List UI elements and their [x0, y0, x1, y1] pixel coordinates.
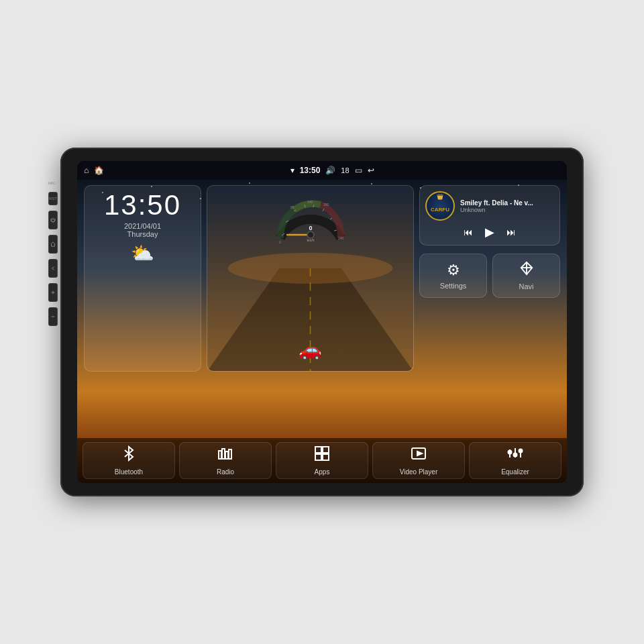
speed-widget: 0 80 140 180 240 0 km/h	[207, 185, 414, 372]
music-logo-text: CARFU	[431, 207, 449, 213]
back-icon: ↩	[368, 166, 374, 175]
status-center: ▾ 13:50 🔊 18 ▭ ↩	[290, 166, 374, 175]
video-icon	[411, 445, 427, 466]
equalizer-icon	[507, 445, 523, 466]
svg-point-37	[514, 453, 517, 457]
music-info: Smiley ft. Delia - Ne v... Unknown	[460, 199, 554, 213]
power-button[interactable]	[48, 211, 58, 229]
mic-label: MIC	[48, 181, 58, 185]
music-title: Smiley ft. Delia - Ne v...	[460, 199, 554, 207]
bottom-nav: Bluetooth Radio	[77, 438, 567, 483]
bluetooth-label: Bluetooth	[115, 468, 143, 476]
music-controls: ⏮ ▶ ⏭	[425, 225, 554, 239]
svg-text:0: 0	[279, 240, 281, 244]
next-button[interactable]: ⏭	[506, 227, 516, 237]
svg-rect-26	[225, 451, 228, 459]
apps-button[interactable]: Apps	[276, 442, 368, 479]
svg-point-18	[307, 231, 314, 238]
radio-icon	[217, 445, 233, 466]
speedo-gauge: 0 80 140 180 240 0 km/h	[274, 191, 347, 245]
music-widget: 👑 CARFU Smiley ft. Delia - Ne v... Unkno…	[419, 185, 560, 246]
wifi-icon: ▾	[290, 166, 294, 175]
clock-display: 13:50	[104, 191, 181, 219]
volume-icon: 🔊	[325, 166, 335, 175]
svg-text:240: 240	[338, 236, 344, 240]
music-logo: 👑 CARFU	[425, 191, 455, 221]
main-content: 13:50 2021/04/01 Thursday ⛅	[77, 180, 567, 483]
apps-icon	[314, 445, 330, 466]
back-side-button[interactable]	[48, 259, 58, 278]
music-artist: Unknown	[460, 207, 554, 213]
home-icon: ⌂	[84, 166, 89, 175]
music-top: 👑 CARFU Smiley ft. Delia - Ne v... Unkno…	[425, 191, 554, 221]
svg-text:140: 140	[307, 200, 313, 204]
widgets-row: 13:50 2021/04/01 Thursday ⛅	[77, 180, 567, 374]
bluetooth-button[interactable]: Bluetooth	[83, 442, 175, 479]
svg-text:0: 0	[309, 225, 312, 231]
video-label: Video Player	[400, 468, 438, 476]
car-icon: 🚗	[299, 339, 322, 361]
clock-widget: 13:50 2021/04/01 Thursday ⛅	[84, 185, 201, 372]
rst-label: RST	[49, 197, 57, 201]
status-left: ⌂ 🏠	[84, 166, 104, 175]
volume-level: 18	[341, 166, 349, 174]
car-head-unit: MIC RST ⌂ 🏠 ▾ 13:50	[60, 148, 584, 496]
clock-date: 2021/04/01	[124, 222, 161, 230]
navi-label: Navi	[519, 282, 533, 290]
home-side-button[interactable]	[48, 235, 58, 254]
screen: ⌂ 🏠 ▾ 13:50 🔊 18 ▭ ↩	[77, 161, 567, 483]
equalizer-label: Equalizer	[501, 468, 529, 476]
radio-button[interactable]: Radio	[179, 442, 272, 479]
speedometer: 0 80 140 180 240 0 km/h	[274, 191, 347, 248]
svg-point-39	[519, 449, 523, 453]
svg-text:180: 180	[323, 203, 329, 207]
navi-icon	[519, 261, 534, 280]
clock-day: Thursday	[127, 230, 158, 238]
radio-label: Radio	[217, 468, 234, 476]
svg-marker-33	[417, 451, 422, 455]
crown-icon: 👑	[437, 194, 443, 200]
svg-text:km/h: km/h	[307, 238, 314, 242]
svg-rect-24	[219, 451, 221, 459]
rst-button[interactable]: RST	[48, 192, 58, 205]
svg-text:80: 80	[290, 205, 294, 209]
svg-rect-29	[323, 447, 329, 453]
settings-button[interactable]: ⚙ Settings	[419, 254, 487, 298]
weather-icon: ⛅	[131, 242, 154, 264]
svg-rect-25	[222, 449, 225, 459]
vol-up-button[interactable]	[48, 283, 58, 302]
settings-navi-row: ⚙ Settings Navi	[419, 254, 560, 298]
svg-rect-31	[323, 454, 329, 460]
house-icon: 🏠	[94, 166, 104, 175]
vol-down-button[interactable]	[48, 307, 58, 326]
prev-button[interactable]: ⏮	[464, 227, 473, 237]
equalizer-button[interactable]: Equalizer	[469, 442, 561, 479]
status-bar: ⌂ 🏠 ▾ 13:50 🔊 18 ▭ ↩	[77, 161, 567, 180]
svg-point-35	[508, 451, 512, 454]
bluetooth-icon	[121, 445, 137, 466]
video-player-button[interactable]: Video Player	[372, 442, 465, 479]
svg-rect-27	[229, 449, 231, 459]
navi-button[interactable]: Navi	[492, 254, 560, 298]
battery-icon: ▭	[355, 166, 362, 175]
settings-icon: ⚙	[447, 262, 460, 279]
svg-rect-30	[315, 454, 321, 460]
svg-line-10	[330, 218, 332, 219]
right-column: 👑 CARFU Smiley ft. Delia - Ne v... Unkno…	[419, 185, 560, 372]
settings-label: Settings	[440, 282, 467, 290]
status-time: 13:50	[300, 166, 321, 175]
svg-rect-28	[315, 447, 321, 453]
play-button[interactable]: ▶	[485, 225, 494, 239]
svg-point-3	[228, 253, 393, 284]
apps-label: Apps	[315, 468, 330, 476]
side-controls: MIC RST	[48, 181, 58, 326]
